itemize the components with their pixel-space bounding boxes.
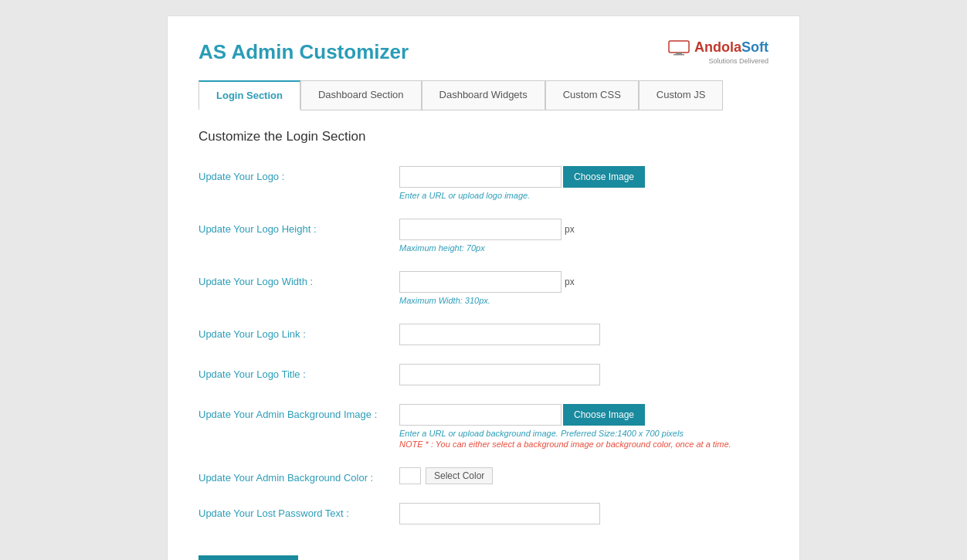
logo-title-row: Update Your Logo Title : (198, 364, 769, 385)
bg-color-field: Select Color (399, 467, 769, 484)
logo-tagline: Solutions Delivered (708, 57, 769, 65)
app-title: AS Admin Customizer (198, 40, 409, 64)
logo-width-field: px Maximum Width: 310px. (399, 271, 769, 305)
tab-login[interactable]: Login Section (198, 80, 300, 110)
lost-pw-row: Update Your Lost Password Text : (198, 503, 769, 524)
svg-rect-2 (674, 54, 684, 56)
logo-height-input[interactable] (399, 219, 562, 240)
logo-title-input[interactable] (399, 364, 600, 385)
logo-label: Update Your Logo : (198, 166, 399, 182)
logo-link-label: Update Your Logo Link : (198, 324, 399, 340)
logo-title-label: Update Your Logo Title : (198, 364, 399, 380)
height-unit: px (565, 224, 575, 235)
logo-link-field (399, 324, 769, 345)
svg-rect-0 (669, 41, 689, 53)
logo-text: AndolaSoft (668, 39, 769, 56)
bg-image-row: Update Your Admin Background Image : Cho… (198, 404, 769, 449)
logo-width-input[interactable] (399, 271, 562, 293)
lost-pw-input[interactable] (399, 503, 600, 524)
logo-height-field: px Maximum height: 70px (399, 219, 769, 253)
logo-link-input[interactable] (399, 324, 600, 345)
tabs-bar: Login Section Dashboard Section Dashboar… (198, 80, 769, 110)
header: AS Admin Customizer AndolaSoft Solutions… (198, 39, 769, 65)
svg-rect-1 (676, 53, 682, 54)
logo-link-row: Update Your Logo Link : (198, 324, 769, 345)
bg-image-note: NOTE * : You can either select a backgro… (399, 440, 769, 449)
main-panel: AS Admin Customizer AndolaSoft Solutions… (167, 15, 800, 560)
logo-height-hint: Maximum height: 70px (399, 243, 769, 253)
select-color-button[interactable]: Select Color (426, 467, 493, 484)
section-title: Customize the Login Section (198, 129, 769, 144)
logo-width-row: Update Your Logo Width : px Maximum Widt… (198, 271, 769, 305)
color-swatch[interactable] (399, 467, 421, 484)
bg-image-label: Update Your Admin Background Image : (198, 404, 399, 420)
logo-field: Choose Image Enter a URL or upload logo … (399, 166, 769, 200)
logo-title-field (399, 364, 769, 385)
choose-image-button-bg[interactable]: Choose Image (563, 404, 645, 426)
logo-height-row: Update Your Logo Height : px Maximum hei… (198, 219, 769, 253)
logo-row: Update Your Logo : Choose Image Enter a … (198, 166, 769, 200)
tab-custom-css[interactable]: Custom CSS (545, 80, 639, 110)
bg-color-row: Update Your Admin Background Color : Sel… (198, 467, 769, 484)
bg-color-label: Update Your Admin Background Color : (198, 467, 399, 484)
width-unit: px (565, 277, 575, 287)
tab-dashboard[interactable]: Dashboard Section (300, 80, 422, 110)
logo-width-hint: Maximum Width: 310px. (399, 296, 769, 305)
bg-image-field: Choose Image Enter a URL or upload backg… (399, 404, 769, 449)
logo-hint: Enter a URL or upload logo image. (399, 191, 769, 200)
lost-pw-field (399, 503, 769, 524)
monitor-icon (668, 40, 690, 56)
logo-height-label: Update Your Logo Height : (198, 219, 399, 235)
save-changes-button[interactable]: Save Changes (198, 555, 298, 560)
logo-area: AndolaSoft Solutions Delivered (668, 39, 769, 65)
bg-image-hint: Enter a URL or upload background image. … (399, 429, 769, 438)
lost-pw-label: Update Your Lost Password Text : (198, 503, 399, 519)
logo-width-label: Update Your Logo Width : (198, 271, 399, 287)
tab-custom-js[interactable]: Custom JS (639, 80, 724, 110)
tab-widgets[interactable]: Dashboard Widgets (422, 80, 545, 110)
logo-input[interactable] (399, 166, 562, 188)
bg-image-input[interactable] (399, 404, 562, 426)
choose-image-button-logo[interactable]: Choose Image (563, 166, 645, 188)
brand-name: AndolaSoft (694, 39, 769, 56)
